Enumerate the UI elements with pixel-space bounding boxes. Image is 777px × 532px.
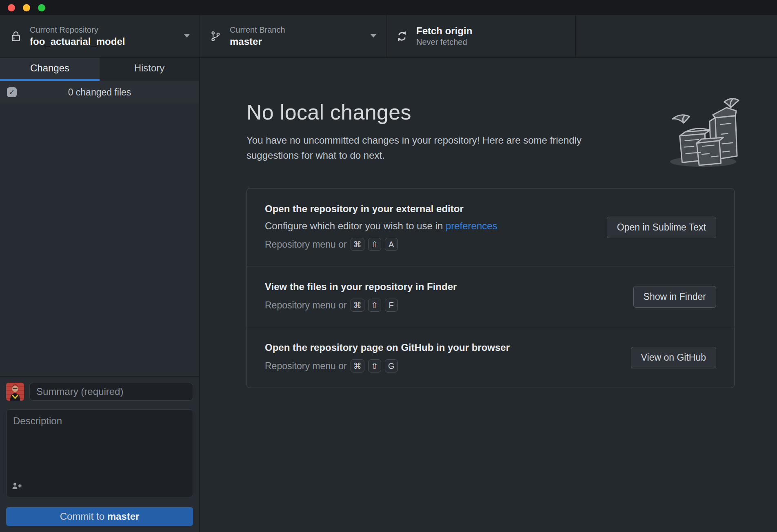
shortcut-prefix: Repository menu or: [265, 239, 347, 250]
commit-summary-input[interactable]: [29, 383, 193, 401]
current-branch-text: Current Branch master: [230, 24, 366, 48]
main-content: No local changes You have no uncommitted…: [200, 58, 777, 532]
cmd-key: ⌘: [351, 299, 364, 312]
suggestions-list: Open the repository in your external edi…: [246, 188, 735, 388]
current-repository-text: Current Repository foo_actuarial_model: [30, 24, 179, 48]
chevron-down-icon: [371, 34, 376, 38]
suggestion-title: View the files in your repository in Fin…: [265, 280, 617, 293]
suggestion-view-on-github: Open the repository page on GitHub in yo…: [247, 327, 734, 388]
chevron-down-icon: [184, 34, 190, 38]
commit-button-prefix: Commit to: [60, 511, 107, 522]
suggestion-title: Open the repository in your external edi…: [265, 202, 591, 215]
shift-key: ⇧: [368, 359, 381, 372]
tab-history[interactable]: History: [100, 58, 199, 81]
current-repository-label: Current Repository: [30, 24, 179, 35]
fetch-origin-subtitle: Never fetched: [416, 37, 566, 47]
show-in-finder-button[interactable]: Show in Finder: [633, 286, 716, 308]
sidebar: Changes History ✓ 0 changed files: [0, 58, 200, 532]
suggestion-shortcut: Repository menu or ⌘ ⇧ G: [265, 358, 615, 374]
changes-list-empty-area: [0, 104, 199, 376]
toolbar: Current Repository foo_actuarial_model C…: [0, 15, 777, 58]
suggestion-show-in-finder: View the files in your repository in Fin…: [247, 266, 734, 327]
suggestion-title: Open the repository page on GitHub in yo…: [265, 341, 615, 354]
current-branch-label: Current Branch: [230, 24, 366, 35]
open-in-sublime-text-button[interactable]: Open in Sublime Text: [607, 217, 716, 238]
suggestion-description-text: Configure which editor you wish to use i…: [265, 220, 446, 231]
minimize-window-button[interactable]: [23, 4, 30, 11]
sync-icon: [396, 31, 408, 42]
toolbar-empty-space: [576, 15, 777, 57]
close-window-button[interactable]: [8, 4, 15, 11]
commit-panel: Commit to master: [0, 376, 199, 532]
fetch-origin-title: Fetch origin: [416, 25, 566, 37]
cmd-key: ⌘: [351, 359, 364, 372]
current-branch-dropdown[interactable]: Current Branch master: [200, 15, 386, 57]
traffic-lights: [8, 4, 45, 11]
current-branch-value: master: [230, 35, 366, 48]
paper-stack-illustration: [668, 95, 740, 174]
letter-key: G: [385, 359, 398, 372]
changed-files-row: ✓ 0 changed files: [0, 81, 199, 104]
fetch-origin-button[interactable]: Fetch origin Never fetched: [386, 15, 576, 57]
fetch-origin-text: Fetch origin Never fetched: [416, 25, 566, 47]
suggestion-description: Configure which editor you wish to use i…: [265, 219, 591, 232]
page-subtitle: You have no uncommitted changes in your …: [246, 133, 614, 163]
app-body: Changes History ✓ 0 changed files: [0, 58, 777, 532]
shift-key: ⇧: [368, 238, 381, 251]
suggestion-shortcut: Repository menu or ⌘ ⇧ A: [265, 237, 591, 252]
tab-changes[interactable]: Changes: [0, 58, 100, 81]
lock-icon: [10, 30, 22, 42]
shortcut-prefix: Repository menu or: [265, 361, 347, 372]
commit-description-input[interactable]: [6, 409, 193, 497]
changed-files-count: 0 changed files: [7, 87, 192, 98]
avatar: [6, 383, 24, 401]
current-repository-dropdown[interactable]: Current Repository foo_actuarial_model: [0, 15, 200, 57]
branch-icon: [210, 30, 222, 42]
add-coauthor-icon[interactable]: [12, 482, 22, 492]
zoom-window-button[interactable]: [38, 4, 45, 11]
window-titlebar: [0, 0, 777, 15]
letter-key: A: [385, 238, 398, 251]
sidebar-tabs: Changes History: [0, 58, 199, 81]
suggestion-open-editor: Open the repository in your external edi…: [247, 188, 734, 266]
view-on-github-button[interactable]: View on GitHub: [631, 347, 716, 368]
shortcut-prefix: Repository menu or: [265, 300, 347, 311]
commit-button-branch: master: [107, 511, 140, 522]
suggestion-shortcut: Repository menu or ⌘ ⇧ F: [265, 297, 617, 313]
shift-key: ⇧: [368, 299, 381, 312]
letter-key: F: [385, 299, 398, 312]
cmd-key: ⌘: [351, 238, 364, 251]
preferences-link[interactable]: preferences: [446, 220, 497, 231]
commit-button[interactable]: Commit to master: [6, 507, 193, 526]
current-repository-value: foo_actuarial_model: [30, 35, 179, 48]
